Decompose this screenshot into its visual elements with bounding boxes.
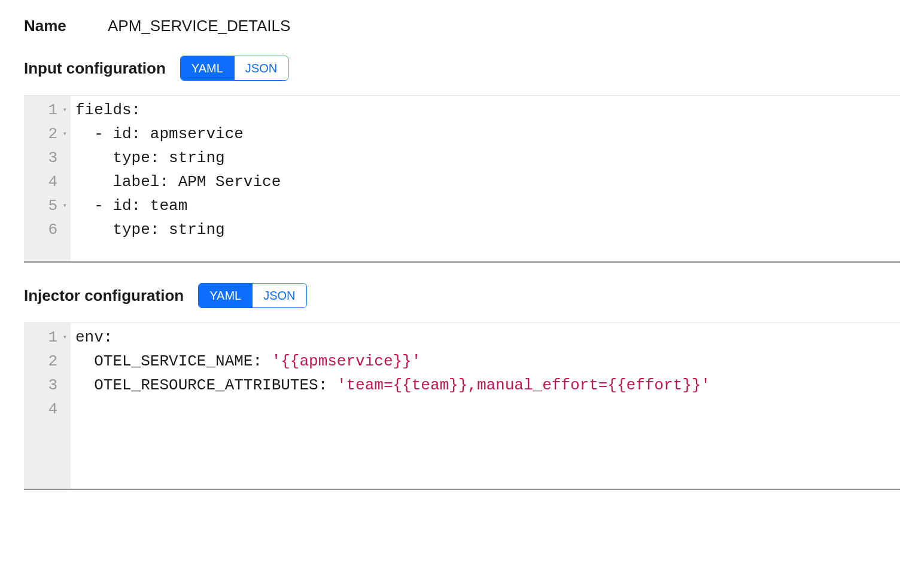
- input-config-code[interactable]: fields: - id: apmservice type: string la…: [71, 96, 900, 261]
- input-config-header: Input configuration YAML JSON: [24, 56, 900, 81]
- name-value: APM_SERVICE_DETAILS: [108, 17, 290, 35]
- input-config-yaml-button[interactable]: YAML: [181, 56, 234, 80]
- input-config-json-button[interactable]: JSON: [234, 56, 288, 80]
- injector-config-code[interactable]: env: OTEL_SERVICE_NAME: '{{apmservice}}'…: [71, 323, 900, 489]
- name-row: Name APM_SERVICE_DETAILS: [24, 17, 900, 35]
- injector-config-format-toggle: YAML JSON: [198, 283, 306, 308]
- input-config-label: Input configuration: [24, 59, 166, 78]
- input-config-format-toggle: YAML JSON: [180, 56, 288, 81]
- input-config-gutter: 1▾2▾345▾6: [24, 96, 71, 261]
- input-config-editor[interactable]: 1▾2▾345▾6 fields: - id: apmservice type:…: [24, 95, 900, 263]
- config-form: Name APM_SERVICE_DETAILS Input configura…: [0, 0, 924, 507]
- name-label: Name: [24, 17, 108, 35]
- injector-config-label: Injector configuration: [24, 287, 184, 305]
- injector-config-header: Injector configuration YAML JSON: [24, 283, 900, 308]
- injector-config-json-button[interactable]: JSON: [252, 284, 306, 307]
- injector-config-editor[interactable]: 1▾234 env: OTEL_SERVICE_NAME: '{{apmserv…: [24, 322, 900, 490]
- injector-config-gutter: 1▾234: [24, 323, 71, 489]
- injector-config-yaml-button[interactable]: YAML: [199, 284, 252, 307]
